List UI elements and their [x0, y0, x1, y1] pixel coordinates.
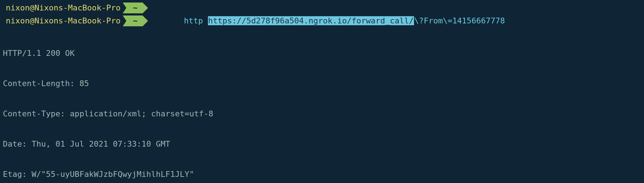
prompt-dir: ~: [133, 16, 138, 26]
prompt-segment-icon: ~: [123, 3, 152, 13]
http-response-headers: HTTP/1.1 200 OK Content-Length: 85 Conte…: [0, 27, 644, 183]
http-header: Content-Length: 85: [1, 79, 643, 89]
prompt-dir: ~: [133, 3, 138, 13]
command-url-tail: \?From\=14156667778: [414, 16, 505, 25]
http-header: Content-Type: application/xml; charset=u…: [1, 109, 643, 119]
http-header: Etag: W/"55-uyUBFakWJzbFQwyjMihlhLF1JLY": [1, 169, 643, 179]
command-program: http: [184, 16, 203, 25]
prompt-line-command: nixon@Nixons-MacBook-Pro ~ http https://…: [0, 14, 644, 27]
command-url-selected: https://5d278f96a504.ngrok.io/forward_ca…: [208, 16, 414, 25]
http-status-line: HTTP/1.1 200 OK: [1, 48, 643, 58]
prompt-segment-icon: ~: [123, 15, 152, 26]
terminal[interactable]: nixon@Nixons-MacBook-Pro ~ nixon@Nixons-…: [0, 0, 644, 183]
command-text: http https://5d278f96a504.ngrok.io/forwa…: [155, 6, 505, 36]
http-header: Date: Thu, 01 Jul 2021 07:33:10 GMT: [1, 139, 643, 149]
prompt-user-host: nixon@Nixons-MacBook-Pro: [6, 16, 121, 26]
prompt-user-host: nixon@Nixons-MacBook-Pro: [6, 3, 121, 13]
